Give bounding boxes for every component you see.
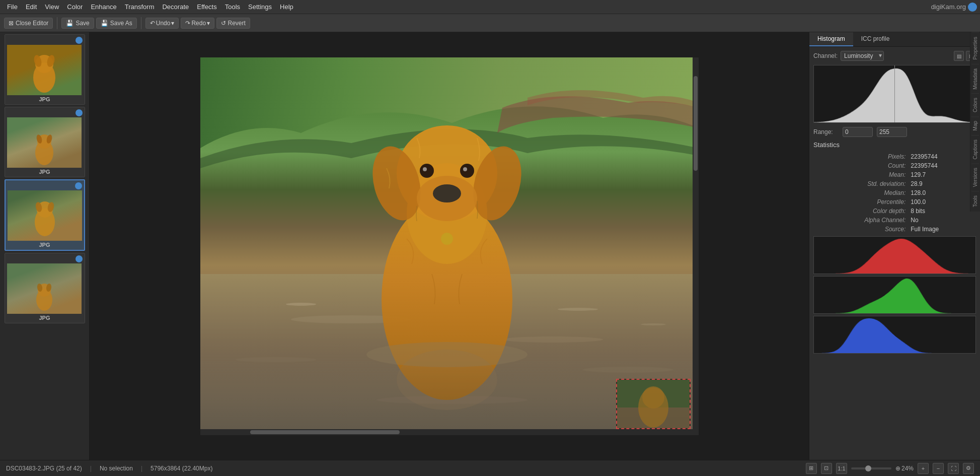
actual-size-btn[interactable]: 1:1 bbox=[836, 463, 847, 474]
save-button[interactable]: 💾 Save bbox=[61, 18, 94, 29]
redo-dropdown-icon[interactable]: ▾ bbox=[207, 20, 210, 27]
menu-decorate[interactable]: Decorate bbox=[158, 2, 193, 12]
menu-help[interactable]: Help bbox=[276, 2, 297, 12]
stat-pixels-value: 22395744 bbox=[909, 153, 975, 161]
settings-btn[interactable]: ⚙ bbox=[963, 463, 974, 474]
zoom-slider[interactable] bbox=[851, 467, 891, 469]
range-max-input[interactable] bbox=[877, 127, 907, 137]
menu-enhance[interactable]: Enhance bbox=[87, 2, 120, 12]
svg-point-34 bbox=[460, 164, 474, 178]
svg-point-33 bbox=[420, 164, 434, 178]
menu-color[interactable]: Color bbox=[63, 2, 87, 12]
revert-button[interactable]: ↺ Revert bbox=[216, 18, 250, 29]
luminosity-histogram bbox=[813, 65, 976, 123]
globe-icon bbox=[968, 3, 977, 12]
svg-point-20 bbox=[236, 357, 316, 362]
svg-point-21 bbox=[583, 367, 673, 373]
filmstrip-item-2[interactable]: JPG bbox=[5, 107, 85, 177]
zoom-out-btn[interactable]: − bbox=[933, 463, 944, 474]
right-panel-tabs: Histogram ICC profile bbox=[809, 32, 980, 47]
save-as-icon: 💾 bbox=[101, 20, 108, 27]
channel-select-wrapper: Luminosity Red Green Blue bbox=[841, 51, 884, 61]
stat-mean-label: Mean: bbox=[814, 171, 908, 179]
icc-profile-tab[interactable]: ICC profile bbox=[853, 32, 898, 46]
stat-alpha-value: No bbox=[909, 216, 975, 224]
menubar: File Edit View Color Enhance Transform D… bbox=[0, 0, 980, 14]
film-thumb-2 bbox=[7, 117, 82, 168]
stat-std-label: Std. deviation: bbox=[814, 180, 908, 188]
stat-median-value: 128.0 bbox=[909, 189, 975, 197]
statusbar: DSC03483-2.JPG (25 of 42) | No selection… bbox=[0, 460, 980, 476]
stat-source-value: Full Image bbox=[909, 225, 975, 233]
main-area: JPG JPG bbox=[0, 32, 980, 460]
side-tab-metadata[interactable]: Metadata bbox=[971, 64, 979, 94]
menu-settings[interactable]: Settings bbox=[244, 2, 276, 12]
redo-button[interactable]: ↷ Redo ▾ bbox=[181, 18, 214, 29]
blue-histogram bbox=[813, 316, 976, 354]
menu-transform[interactable]: Transform bbox=[121, 2, 159, 12]
side-tab-properties[interactable]: Properties bbox=[971, 32, 979, 64]
histogram-options-btn[interactable]: ▤ bbox=[954, 51, 964, 61]
status-sep-2: | bbox=[141, 465, 142, 472]
film-label-3: JPG bbox=[8, 242, 82, 248]
right-panel: Histogram ICC profile Channel: Luminosit… bbox=[809, 32, 980, 460]
grid-view-btn[interactable]: ⊞ bbox=[806, 463, 817, 474]
range-label: Range: bbox=[813, 128, 839, 135]
stat-row-percentile: Percentile: 100.0 bbox=[814, 198, 975, 206]
statistics-title: Statistics bbox=[813, 141, 976, 149]
undo-button[interactable]: ↶ Undo ▾ bbox=[145, 18, 179, 29]
film-label-1: JPG bbox=[7, 96, 83, 102]
svg-point-23 bbox=[286, 303, 316, 306]
filmstrip-item-4[interactable]: JPG bbox=[5, 253, 85, 323]
undo-dropdown-icon[interactable]: ▾ bbox=[171, 20, 174, 27]
statistics-section: Statistics Pixels: 22395744 Count: 22395… bbox=[813, 141, 976, 234]
menu-tools[interactable]: Tools bbox=[221, 2, 244, 12]
stat-count-label: Count: bbox=[814, 162, 908, 170]
side-tab-colors[interactable]: Colors bbox=[971, 93, 979, 116]
side-tabs-panel: Properties Metadata Colors Map Captions … bbox=[970, 32, 980, 212]
toolbar-separator-2 bbox=[141, 17, 141, 29]
menu-file[interactable]: File bbox=[3, 2, 22, 12]
save-icon: 💾 bbox=[66, 20, 73, 27]
stat-median-label: Median: bbox=[814, 189, 908, 197]
range-min-input[interactable] bbox=[843, 127, 873, 137]
stat-percentile-value: 100.0 bbox=[909, 198, 975, 206]
vertical-scroll-thumb[interactable] bbox=[694, 76, 698, 171]
canvas-vertical-scrollbar[interactable] bbox=[693, 57, 699, 435]
stat-depth-label: Color depth: bbox=[814, 207, 908, 215]
filmstrip-item-3[interactable]: JPG bbox=[5, 179, 85, 251]
side-tab-map[interactable]: Map bbox=[971, 116, 979, 134]
fit-screen-btn[interactable]: ⊡ bbox=[821, 463, 832, 474]
close-editor-icon: ⊠ bbox=[9, 20, 14, 27]
film-thumb-4 bbox=[7, 263, 82, 314]
film-label-4: JPG bbox=[7, 315, 83, 321]
close-editor-button[interactable]: ⊠ Close Editor bbox=[4, 18, 53, 29]
filmstrip-item-1[interactable]: JPG bbox=[5, 34, 85, 105]
range-row: Range: bbox=[813, 127, 976, 137]
image-canvas[interactable] bbox=[90, 32, 809, 460]
menu-effects[interactable]: Effects bbox=[193, 2, 221, 12]
side-tab-versions[interactable]: Versions bbox=[971, 163, 979, 191]
status-selection: No selection bbox=[100, 465, 133, 472]
zoom-in-btn[interactable]: + bbox=[918, 463, 929, 474]
digikam-logo: digiKam.org bbox=[931, 3, 977, 12]
film-thumb-1 bbox=[7, 45, 82, 95]
menu-edit[interactable]: Edit bbox=[22, 2, 41, 12]
side-tab-tools[interactable]: Tools bbox=[971, 191, 979, 211]
channel-select[interactable]: Luminosity Red Green Blue bbox=[841, 51, 884, 61]
fullscreen-btn[interactable]: ⛶ bbox=[948, 463, 959, 474]
zoom-slider-thumb[interactable] bbox=[865, 465, 871, 471]
horizontal-scroll-thumb[interactable] bbox=[250, 430, 400, 434]
svg-point-24 bbox=[558, 308, 598, 311]
channel-label: Channel: bbox=[813, 52, 838, 59]
stat-row-pixels: Pixels: 22395744 bbox=[814, 153, 975, 161]
status-sep-1: | bbox=[90, 465, 92, 472]
save-as-button[interactable]: 💾 Save As bbox=[96, 18, 137, 29]
menu-view[interactable]: View bbox=[41, 2, 63, 12]
zoom-value: 24% bbox=[901, 465, 914, 472]
histogram-tab[interactable]: Histogram bbox=[809, 32, 853, 46]
undo-arrow-icon: ↶ bbox=[150, 20, 155, 27]
canvas-horizontal-scrollbar[interactable] bbox=[200, 429, 699, 435]
navigator-box[interactable] bbox=[616, 379, 691, 429]
side-tab-captions[interactable]: Captions bbox=[971, 135, 979, 163]
